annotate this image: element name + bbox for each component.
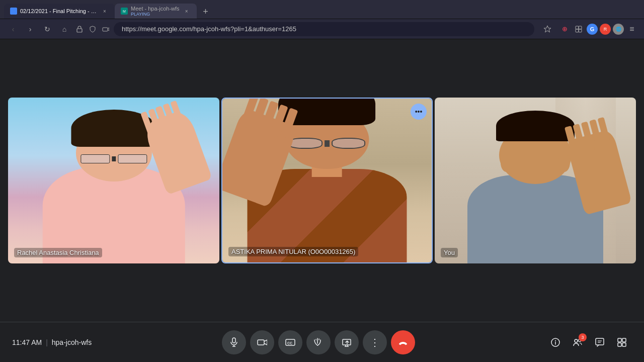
svg-rect-25 — [618, 338, 621, 342]
meet-time-display: 11:47 AM — [12, 338, 42, 346]
back-button[interactable]: ‹ — [6, 22, 20, 36]
video-inner-1: Rachel Anastasia Christiana — [8, 98, 219, 263]
tab-title-2: Meet - hpa-jcoh-wfs — [131, 6, 180, 12]
meet-bottom-bar: 11:47 AM | hpa-jcoh-wfs CC — [0, 322, 644, 362]
tab-title-1: 02/12/2021 - Final Pitching - G... — [20, 8, 98, 14]
svg-rect-8 — [232, 338, 235, 343]
tab-favicon-2: M — [121, 8, 128, 15]
more-options-icon: ⋮ — [370, 337, 380, 347]
camera-permission-icon — [101, 24, 111, 34]
tab-close-2[interactable]: × — [183, 7, 191, 15]
present-button[interactable] — [335, 330, 359, 354]
svg-rect-5 — [579, 26, 582, 29]
captions-button[interactable]: CC — [278, 330, 302, 354]
home-button[interactable]: ⌂ — [57, 22, 71, 36]
video-tile-participant-3[interactable]: You — [435, 98, 636, 263]
ext-icon-1[interactable]: G — [587, 24, 598, 35]
raise-hand-button[interactable] — [306, 330, 331, 354]
video-tile-participant-2[interactable]: ••• ASTIKA PRIMA NITULAR (O0O00031265) — [221, 98, 433, 263]
svg-rect-3 — [103, 28, 108, 31]
tab-playing-label: PLAYING — [131, 12, 180, 17]
collections-icon[interactable] — [573, 23, 585, 35]
menu-icon[interactable]: ≡ — [626, 23, 638, 35]
browser-chrome: 02/12/2021 - Final Pitching - G... × M M… — [0, 0, 644, 39]
camera-button[interactable] — [250, 330, 274, 354]
ext-icon-2[interactable]: R — [600, 24, 611, 35]
ext-icon-3[interactable]: 🌐 — [613, 24, 624, 35]
participant-2-name: ASTIKA PRIMA NITULAR (O0O00031265) — [228, 247, 358, 256]
more-options-button[interactable]: ⋮ — [363, 330, 387, 354]
svg-rect-26 — [622, 338, 626, 342]
tab-bar: 02/12/2021 - Final Pitching - G... × M M… — [0, 0, 644, 19]
chat-button[interactable] — [590, 332, 610, 352]
meet-controls: CC ⋮ — [222, 330, 415, 354]
svg-text:CC: CC — [287, 341, 292, 345]
star-icon[interactable] — [541, 23, 553, 35]
svg-rect-6 — [576, 29, 579, 32]
video-tile-participant-1[interactable]: Rachel Anastasia Christiana — [8, 98, 219, 263]
people-badge: 3 — [579, 333, 587, 341]
people-button[interactable]: 3 — [568, 332, 588, 352]
meet-right-controls: 3 — [545, 332, 632, 352]
video-inner-3: You — [435, 98, 636, 263]
tab-favicon-1 — [10, 8, 17, 15]
svg-rect-28 — [622, 343, 626, 346]
toolbar-icons — [541, 23, 553, 35]
address-input[interactable] — [114, 22, 534, 36]
end-call-button[interactable] — [391, 330, 415, 354]
svg-rect-2 — [77, 29, 82, 32]
meet-time-info: 11:47 AM | hpa-jcoh-wfs — [12, 338, 92, 346]
refresh-button[interactable]: ↻ — [40, 22, 54, 36]
svg-text:M: M — [123, 10, 126, 13]
forward-button[interactable]: › — [23, 22, 37, 36]
more-dots-icon: ••• — [415, 108, 423, 116]
activities-button[interactable] — [612, 332, 632, 352]
tab-2[interactable]: M Meet - hpa-jcoh-wfs PLAYING × — [115, 4, 197, 19]
participant-1-name: Rachel Anastasia Christiana — [14, 248, 102, 257]
security-icon[interactable] — [74, 24, 85, 34]
svg-rect-4 — [576, 26, 579, 29]
meet-code-display: hpa-jcoh-wfs — [52, 338, 92, 346]
browser-extensions: ⊕ G R 🌐 ≡ — [558, 23, 638, 35]
svg-point-19 — [555, 340, 556, 341]
meet-separator: | — [46, 338, 48, 346]
tab-1[interactable]: 02/12/2021 - Final Pitching - G... × — [4, 4, 115, 19]
pocket-icon[interactable]: ⊕ — [558, 23, 571, 35]
svg-rect-7 — [579, 29, 582, 32]
svg-rect-27 — [618, 343, 621, 346]
tab-close-1[interactable]: × — [101, 7, 109, 15]
svg-point-20 — [575, 339, 578, 342]
meet-content: Rachel Anastasia Christiana — [0, 39, 644, 322]
mic-button[interactable] — [222, 330, 246, 354]
svg-rect-11 — [258, 340, 264, 345]
participant-2-more-button[interactable]: ••• — [411, 104, 427, 120]
video-grid: Rachel Anastasia Christiana — [0, 98, 644, 263]
address-bar: ‹ › ↻ ⌂ — [0, 19, 644, 39]
new-tab-button[interactable]: + — [199, 5, 213, 19]
shield-icon — [88, 24, 98, 34]
video-inner-2: ••• ASTIKA PRIMA NITULAR (O0O00031265) — [222, 99, 432, 262]
participant-3-name: You — [441, 248, 458, 257]
svg-rect-14 — [343, 339, 351, 345]
svg-rect-22 — [596, 338, 604, 345]
info-button[interactable] — [545, 332, 566, 352]
